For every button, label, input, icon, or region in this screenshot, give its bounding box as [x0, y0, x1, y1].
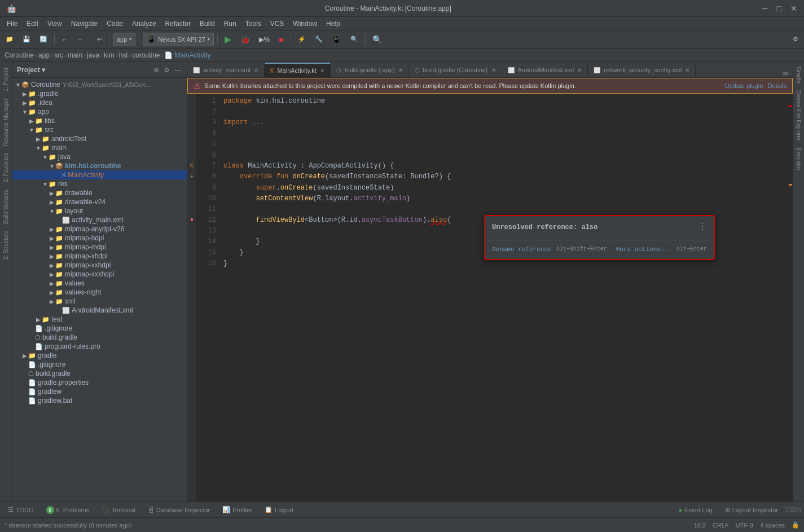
gradle-btn[interactable]: 🔧 [311, 34, 326, 44]
line-ending[interactable]: CRLF [713, 522, 729, 529]
breadcrumb-java[interactable]: java [87, 51, 99, 59]
tab-logcat[interactable]: 📋 Logcat [259, 504, 299, 516]
menu-vcs[interactable]: VCS [266, 19, 289, 29]
menu-build[interactable]: Build [195, 19, 219, 29]
tree-buildgradle-root[interactable]: ⬡ build.gradle [12, 369, 187, 378]
encoding[interactable]: UTF-8 [736, 522, 753, 529]
toolbar-save-btn[interactable]: 💾 [19, 34, 34, 44]
menu-window[interactable]: Window [288, 19, 322, 29]
toolbar-undo-btn[interactable]: ↩ [94, 34, 106, 44]
cursor-position[interactable]: 16:2 [694, 522, 706, 529]
tree-mainactivity[interactable]: Κ MainActivity [12, 170, 187, 179]
toolbar-back-btn[interactable]: ← [58, 35, 71, 44]
maximize-button[interactable]: □ [775, 4, 784, 13]
tree-mipmap-hdpi[interactable]: ▶ 📁 mipmap-hdpi [12, 234, 187, 243]
breadcrumb-main[interactable]: main [68, 51, 82, 59]
tree-gradlew-bat[interactable]: 📄 gradlew.bat [12, 396, 187, 405]
tab-database-inspector[interactable]: 🗄 Database Inspector [142, 504, 216, 516]
search-everywhere-btn[interactable]: 🔍 [369, 34, 385, 45]
tree-java[interactable]: ▼ 📁 java [12, 152, 187, 161]
minimize-button[interactable]: ─ [760, 4, 770, 13]
breadcrumb-hsl[interactable]: hsl [119, 51, 128, 59]
details-btn[interactable]: Details [767, 82, 787, 89]
code-content[interactable]: package kim.hsl.coroutine import ... cla… [219, 94, 788, 502]
project-collapse-btn[interactable]: — [173, 66, 182, 74]
tree-xml[interactable]: ▶ 📁 xml [12, 297, 187, 306]
gradle-sync-btn[interactable]: ⚡ [295, 34, 309, 44]
sidebar-gradle-btn[interactable]: Gradle [794, 64, 803, 86]
tree-gradle-hidden[interactable]: ▶ 📁 .gradle [12, 89, 187, 98]
rename-reference-btn[interactable]: Rename reference [492, 245, 552, 255]
project-locate-btn[interactable]: ⊕ [152, 66, 160, 74]
settings-btn[interactable]: ⚙ [789, 34, 802, 44]
tree-androidmanifest[interactable]: ⬜ AndroidManifest.xml [12, 306, 187, 315]
tree-src[interactable]: ▼ 📁 src [12, 125, 187, 134]
tree-proguard[interactable]: 📄 proguard-rules.pro [12, 342, 187, 351]
tab-mainactivity-kt[interactable]: Κ MainActivity.kt ✕ [265, 63, 331, 77]
tree-gradle-folder[interactable]: ▶ 📁 gradle [12, 351, 187, 360]
tree-buildgradle-app[interactable]: ⬡ build.gradle [12, 333, 187, 342]
tab-close-kt[interactable]: ✕ [320, 68, 324, 74]
indentation[interactable]: 4 spaces [760, 522, 785, 529]
tree-values-night[interactable]: ▶ 📁 values-night [12, 288, 187, 297]
tree-libs[interactable]: ▶ 📁 libs [12, 116, 187, 125]
tree-mipmap-anydpi[interactable]: ▶ 📁 mipmap-anydpi-v26 [12, 225, 187, 234]
breadcrumb-coroutine[interactable]: Coroutine [5, 51, 34, 59]
run-btn[interactable]: ▶ [221, 33, 235, 46]
breadcrumb-kim[interactable]: kim [104, 51, 115, 59]
toolbar-forward-btn[interactable]: → [73, 35, 86, 44]
menu-navigate[interactable]: Navigate [67, 19, 102, 29]
tree-mipmap-xxxhdpi[interactable]: ▶ 📁 mipmap-xxxhdpi [12, 270, 187, 279]
tab-close-manifest[interactable]: ✕ [577, 67, 582, 73]
breadcrumb-app[interactable]: app [38, 51, 50, 59]
more-actions-btn[interactable]: More actions... [616, 245, 672, 255]
tab-close-network[interactable]: ✕ [685, 67, 689, 73]
tree-main[interactable]: ▼ 📁 main [12, 143, 187, 152]
tab-close-xml[interactable]: ✕ [254, 67, 258, 73]
menu-help[interactable]: Help [322, 19, 345, 29]
debug-btn[interactable]: 🐞 [237, 34, 253, 45]
tree-drawable[interactable]: ▶ 📁 drawable [12, 188, 187, 197]
toolbar-open-btn[interactable]: 📁 [2, 34, 17, 44]
tab-build-gradle-coroutine[interactable]: ⬡ build.gradle (Coroutine) ✕ [409, 63, 502, 77]
menu-refactor[interactable]: Refactor [161, 19, 195, 29]
close-button[interactable]: ✕ [788, 4, 799, 13]
sidebar-label-resource[interactable]: Resource Manager [2, 95, 10, 150]
stop-btn[interactable]: ■ [275, 34, 287, 45]
toolbar-sync-btn[interactable]: 🔄 [36, 34, 51, 44]
sidebar-label-buildvariants[interactable]: Build Variants [2, 186, 10, 227]
tab-terminal[interactable]: ⬛ Terminal [96, 504, 141, 516]
tab-network-security[interactable]: ⬜ network_security_config.xml ✕ [588, 63, 696, 77]
tree-androidtest[interactable]: ▶ 📁 androidTest [12, 134, 187, 143]
menu-code[interactable]: Code [102, 19, 128, 29]
tree-mipmap-xhdpi[interactable]: ▶ 📁 mipmap-xhdpi [12, 252, 187, 261]
sidebar-label-favorites[interactable]: 2: Favorites [2, 150, 10, 186]
update-plugin-btn[interactable]: Update plugin [724, 82, 763, 89]
tree-app[interactable]: ▼ 📁 app [12, 107, 187, 116]
menu-analyze[interactable]: Analyze [128, 19, 161, 29]
tree-mipmap-mdpi[interactable]: ▶ 📁 mipmap-mdpi [12, 243, 187, 252]
tab-profiler[interactable]: 📊 Profiler [217, 504, 258, 516]
menu-tools[interactable]: Tools [241, 19, 266, 29]
tree-gitignore-root[interactable]: 📄 .gitignore [12, 360, 187, 369]
tree-activity-main-xml[interactable]: ⬜ activity_main.xml [12, 216, 187, 225]
tab-androidmanifest[interactable]: ⬜ AndroidManifest.xml ✕ [502, 63, 588, 77]
tree-package[interactable]: ▼ 📦 kim.hsl.coroutine [12, 161, 187, 170]
app-config-dropdown[interactable]: app ▾ [113, 33, 135, 46]
avd-btn[interactable]: 📱 [328, 34, 345, 45]
menu-edit[interactable]: Edit [22, 19, 43, 29]
breadcrumb-src[interactable]: src [54, 51, 63, 59]
menu-run[interactable]: Run [219, 19, 241, 29]
run-coverage-btn[interactable]: ▶% [256, 34, 274, 45]
tree-idea[interactable]: ▶ 📁 .idea [12, 98, 187, 107]
tab-layout-inspector[interactable]: ⊞ Layout Inspector [719, 504, 784, 516]
tab-event-log[interactable]: ● Event Log [673, 504, 718, 516]
tab-activity-main-xml[interactable]: ⬜ activity_main.xml ✕ [187, 63, 265, 77]
device-dropdown[interactable]: 📱 Nexus 5X API 27 ▾ [143, 33, 213, 46]
rename-popup-menu-btn[interactable]: ⋮ [698, 221, 707, 235]
breadcrumb-coroutine-pkg[interactable]: coroutine [132, 51, 160, 59]
tab-todo[interactable]: ☰ TODO [2, 504, 39, 516]
tab-close-gradle-app[interactable]: ✕ [398, 67, 403, 73]
breadcrumb-mainactivity[interactable]: 📄 MainActivity [164, 51, 210, 59]
tree-res[interactable]: ▼ 📁 res [12, 179, 187, 188]
